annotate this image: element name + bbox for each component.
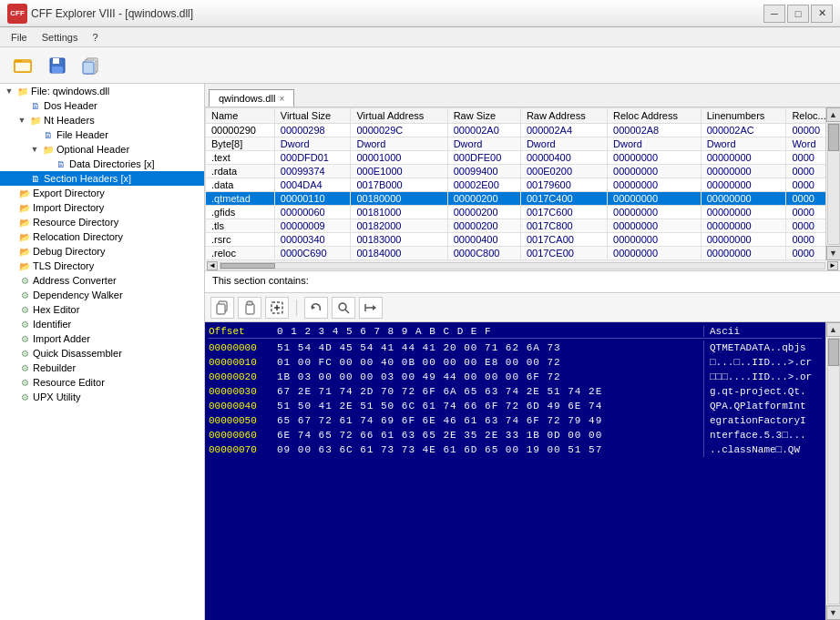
hex-row: 00000050 65 67 72 61 74 69 6F 6E 46 61 6… <box>209 413 822 428</box>
nt-headers-label: Nt Headers <box>44 115 95 126</box>
hex-undo-button[interactable] <box>304 297 328 319</box>
table-cell: Dword <box>351 137 447 151</box>
sidebar-item-upx-utility[interactable]: ▶ ⚙ UPX Utility <box>0 390 204 404</box>
hex-scroll-up[interactable]: ▲ <box>826 322 841 337</box>
hex-ascii-cell: □□□....IID...>.or <box>703 370 822 384</box>
table-cell: 00000000 <box>608 233 702 247</box>
table-hscrollbar[interactable]: ◄ ► <box>205 260 840 271</box>
hex-editor[interactable]: Offset 0 1 2 3 4 5 6 7 8 9 A B C D E F A… <box>205 322 825 620</box>
hscroll-left-arrow[interactable]: ◄ <box>207 261 218 270</box>
sidebar-item-export-directory[interactable]: ▶ 📂 Export Directory <box>0 186 204 200</box>
toolbar-other[interactable] <box>77 51 108 80</box>
scroll-down-arrow[interactable]: ▼ <box>826 246 841 260</box>
hscroll-right-arrow[interactable]: ► <box>827 261 838 270</box>
sidebar-item-relocation-directory[interactable]: ▶ 📂 Relocation Directory <box>0 229 204 244</box>
sidebar-item-import-directory[interactable]: ▶ 📂 Import Directory <box>0 200 204 215</box>
sidebar-item-dependency-walker[interactable]: ▶ ⚙ Dependency Walker <box>0 288 204 302</box>
oh-expander[interactable]: ▼ <box>29 144 40 155</box>
sidebar-item-file-header[interactable]: ▶ 🗎 File Header <box>0 127 204 142</box>
table-row[interactable]: Byte[8]DwordDwordDwordDwordDwordDwordWor… <box>206 137 826 151</box>
svg-rect-11 <box>246 304 254 314</box>
table-cell: 00000000 <box>608 206 702 219</box>
sidebar-item-tls-directory[interactable]: ▶ 📂 TLS Directory <box>0 259 204 273</box>
maximize-button[interactable]: □ <box>787 5 809 23</box>
table-row[interactable]: .tls0000000900182000000002000017C8000000… <box>206 219 826 233</box>
sidebar-item-optional-header[interactable]: ▼ 📁 Optional Header <box>0 142 204 157</box>
nt-expander[interactable]: ▼ <box>16 115 27 126</box>
hex-editor-label: Hex Editor <box>33 304 79 315</box>
quick-disassembler-label: Quick Disassembler <box>33 348 122 359</box>
table-row[interactable]: .data0004DA40017B00000002E00001796000000… <box>206 178 826 192</box>
menu-help[interactable]: ? <box>85 30 105 45</box>
hex-find-button[interactable] <box>332 297 355 319</box>
scroll-thumb[interactable] <box>828 124 839 151</box>
table-row[interactable]: .rsrc0000034000183000000004000017CA00000… <box>206 233 826 247</box>
rebuilder-label: Rebuilder <box>33 362 76 373</box>
data-directories-label: Data Directories [x] <box>69 158 155 169</box>
menu-file[interactable]: File <box>4 30 35 45</box>
table-header-row: Name Virtual Size Virtual Address Raw Si… <box>206 108 826 124</box>
hex-rows: 00000000 51 54 4D 45 54 41 44 41 20 00 7… <box>209 340 822 457</box>
sidebar-item-hex-editor[interactable]: ▶ ⚙ Hex Editor <box>0 302 204 317</box>
hex-paste-button[interactable] <box>238 297 261 319</box>
hscroll-thumb[interactable] <box>220 263 275 269</box>
upx-utility-icon: ⚙ <box>18 391 31 403</box>
sidebar-item-nt-headers[interactable]: ▼ 📁 Nt Headers <box>0 113 204 127</box>
table-cell: .gfids <box>206 206 275 219</box>
relocation-directory-icon: 📂 <box>18 230 31 243</box>
table-row[interactable]: .text000DFD0100001000000DFE0000000400000… <box>206 151 826 165</box>
file-header-icon: 🗎 <box>42 128 55 141</box>
hex-copy-button[interactable] <box>210 297 234 319</box>
sidebar-item-quick-disassembler[interactable]: ▶ ⚙ Quick Disassembler <box>0 346 204 361</box>
sidebar-item-resource-editor[interactable]: ▶ ⚙ Resource Editor <box>0 375 204 390</box>
table-row[interactable]: .qtmetad0000011000180000000002000017C400… <box>206 192 826 206</box>
sidebar-item-identifier[interactable]: ▶ ⚙ Identifier <box>0 317 204 331</box>
table-row[interactable]: .rdata00099374000E100000099400000E020000… <box>206 165 826 178</box>
sidebar-item-resource-directory[interactable]: ▶ 📂 Resource Directory <box>0 215 204 229</box>
hex-ascii-header: Ascii <box>703 326 822 337</box>
table-row[interactable]: .reloc0000C690001840000000C8000017CE0000… <box>206 247 826 260</box>
table-row[interactable]: .gfids0000006000181000000002000017C60000… <box>206 206 826 219</box>
root-expander[interactable]: ▼ <box>4 86 15 97</box>
table-cell: 000DFE00 <box>447 151 520 165</box>
minimize-button[interactable]: ─ <box>763 5 785 23</box>
table-cell: 0017CE00 <box>520 247 607 260</box>
sidebar-item-rebuilder[interactable]: ▶ ⚙ Rebuilder <box>0 361 204 375</box>
section-table-scroll[interactable]: Name Virtual Size Virtual Address Raw Si… <box>205 107 825 260</box>
sidebar-item-section-headers[interactable]: ▶ 🗎 Section Headers [x] <box>0 171 204 186</box>
toolbar-save[interactable] <box>42 51 73 80</box>
resource-directory-icon: 📂 <box>18 216 31 229</box>
svg-rect-12 <box>247 301 252 305</box>
sidebar-item-address-converter[interactable]: ▶ ⚙ Address Converter <box>0 273 204 288</box>
hex-goto-button[interactable] <box>359 297 383 319</box>
hex-scroll-thumb[interactable] <box>828 339 839 366</box>
hex-scrollbar[interactable]: ▲ ▼ <box>825 322 840 620</box>
sidebar-item-import-adder[interactable]: ▶ ⚙ Import Adder <box>0 331 204 346</box>
table-row[interactable]: 00000290000002980000029C000002A0000002A4… <box>206 124 826 137</box>
tab-close-btn[interactable]: × <box>279 94 284 104</box>
hex-row: 00000030 67 2E 71 74 2D 70 72 6F 6A 65 6… <box>209 384 822 399</box>
toolbar <box>0 47 840 84</box>
table-cell: 0004DA4 <box>274 178 351 192</box>
close-button[interactable]: ✕ <box>811 5 833 23</box>
hex-offset-cell: 00000000 <box>209 340 277 355</box>
tree-root[interactable]: ▼ 📁 File: qwindows.dll <box>0 84 204 98</box>
table-cell: 0000 <box>786 219 825 233</box>
hex-scroll-down[interactable]: ▼ <box>826 605 841 620</box>
hex-toolbar <box>205 293 840 322</box>
sidebar-item-dos-header[interactable]: ▶ 🗎 Dos Header <box>0 98 204 113</box>
relocation-directory-label: Relocation Directory <box>33 231 123 242</box>
scroll-up-arrow[interactable]: ▲ <box>826 107 841 122</box>
table-scrollbar[interactable]: ▲ ▼ <box>825 107 840 260</box>
hex-select-all-button[interactable] <box>265 297 289 319</box>
sidebar-item-debug-directory[interactable]: ▶ 📂 Debug Directory <box>0 244 204 259</box>
table-cell: 00000000 <box>701 192 786 206</box>
table-cell: 0017CA00 <box>520 233 607 247</box>
toolbar-open[interactable] <box>7 51 38 80</box>
tab-qwindows[interactable]: qwindows.dll × <box>209 89 294 107</box>
tls-directory-icon: 📂 <box>18 259 31 272</box>
sidebar-item-data-directories[interactable]: ▶ 🗎 Data Directories [x] <box>0 157 204 171</box>
hex-offset-cell: 00000020 <box>209 370 277 384</box>
table-cell: 0000029C <box>351 124 447 137</box>
menu-settings[interactable]: Settings <box>35 30 86 45</box>
